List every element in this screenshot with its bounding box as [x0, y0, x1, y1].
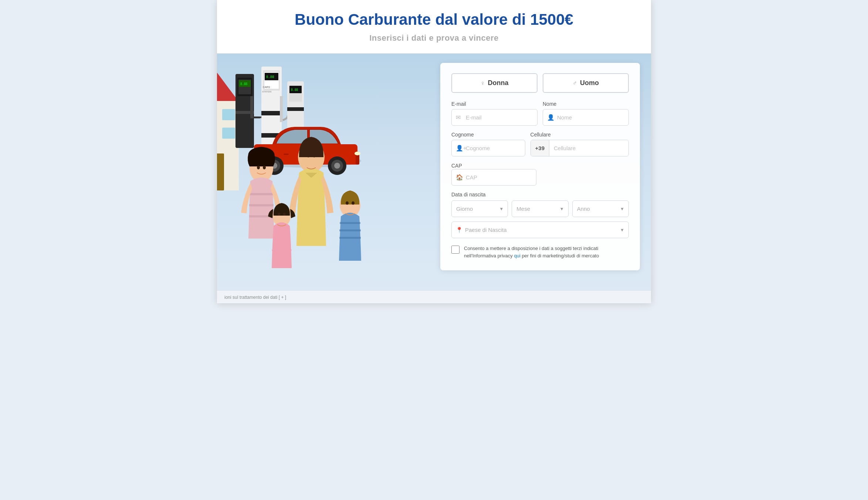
cognome-input-wrapper: 👤+	[451, 140, 525, 156]
svg-point-60	[278, 213, 281, 216]
email-label: E-mail	[451, 101, 538, 107]
bottom-bar: ioni sul trattamento dei dati [ + ]	[217, 290, 651, 303]
anno-select[interactable]: Anno	[572, 200, 629, 217]
svg-point-58	[346, 202, 349, 205]
dob-row: Giorno ▼ Mese ▼ Anno ▼	[451, 200, 629, 217]
email-input-wrapper: ✉	[451, 109, 538, 126]
family-illustration	[217, 113, 440, 290]
dob-section: Data di nascita Giorno ▼ Mese ▼	[451, 192, 629, 238]
registration-form: ♀ Donna ♂ Uomo E-mail ✉ Nom	[440, 63, 640, 270]
cap-input[interactable]	[451, 169, 536, 186]
privacy-text: Consento a mettere a disposizione i dati…	[464, 245, 599, 259]
svg-point-55	[263, 166, 266, 169]
donna-icon: ♀	[481, 80, 485, 87]
svg-text:8.88: 8.88	[291, 88, 298, 92]
page-header: Buono Carburante dal valore di 1500€ Ins…	[217, 0, 651, 54]
mese-wrapper: Mese ▼	[512, 200, 568, 217]
page-title: Buono Carburante dal valore di 1500€	[224, 11, 644, 28]
cap-input-wrapper: 🏠	[451, 169, 629, 186]
paese-wrapper: 📍 Paese di Nascita ▼	[451, 222, 629, 238]
privacy-text-1: Consento a mettere a disposizione i dati…	[464, 246, 598, 251]
svg-text:CARS: CARS	[263, 86, 270, 88]
bottom-text: ioni sul trattamento dei dati [ + ]	[224, 295, 286, 300]
donna-button[interactable]: ♀ Donna	[451, 73, 538, 93]
uomo-label: Uomo	[580, 79, 599, 87]
email-nome-row: E-mail ✉ Nome 👤	[451, 101, 629, 126]
privacy-text-2: nell'Informativa privacy	[464, 253, 514, 259]
uomo-button[interactable]: ♂ Uomo	[543, 73, 629, 93]
paese-select[interactable]: Paese di Nascita	[451, 222, 629, 238]
cellulare-label: Cellulare	[530, 132, 629, 138]
cellulare-group: Cellulare +39	[530, 132, 629, 156]
privacy-text-3: per fini di marketing/studi di mercato	[521, 253, 599, 259]
family-svg	[217, 113, 402, 290]
privacy-checkbox[interactable]	[451, 246, 460, 254]
svg-rect-22	[287, 107, 304, 111]
privacy-row: Consento a mettere a disposizione i dati…	[451, 245, 629, 259]
svg-text:STATION: STATION	[262, 91, 271, 93]
svg-text:8.88: 8.88	[240, 82, 247, 86]
giorno-select[interactable]: Giorno	[451, 200, 508, 217]
giorno-wrapper: Giorno ▼	[451, 200, 508, 217]
svg-point-56	[306, 153, 310, 158]
nome-label: Nome	[543, 101, 629, 107]
email-group: E-mail ✉	[451, 101, 538, 126]
page-container: Buono Carburante dal valore di 1500€ Ins…	[217, 0, 651, 303]
phone-prefix: +39	[531, 140, 549, 156]
cognome-group: Cognome 👤+	[451, 132, 525, 156]
privacy-link[interactable]: qui	[514, 253, 520, 259]
svg-text:8.88: 8.88	[266, 75, 274, 79]
nome-group: Nome 👤	[543, 101, 629, 126]
donna-label: Donna	[488, 79, 509, 87]
dob-label: Data di nascita	[451, 192, 629, 197]
cognome-cellulare-row: Cognome 👤+ Cellulare +39	[451, 132, 629, 156]
svg-point-54	[257, 166, 260, 169]
svg-point-59	[352, 202, 355, 205]
cap-group: CAP 🏠	[451, 162, 629, 186]
svg-point-61	[283, 213, 286, 216]
content-area: 8.88 8.88 CARS STATION	[217, 54, 651, 290]
mese-select[interactable]: Mese	[512, 200, 568, 217]
cap-label: CAP	[451, 163, 462, 169]
phone-wrapper: +39	[530, 140, 629, 156]
cognome-input[interactable]	[451, 140, 525, 156]
email-input[interactable]	[451, 109, 538, 126]
nome-input[interactable]	[543, 109, 629, 126]
gender-selection: ♀ Donna ♂ Uomo	[451, 73, 629, 93]
cognome-label: Cognome	[451, 132, 525, 138]
uomo-icon: ♂	[573, 80, 577, 87]
cellulare-input[interactable]	[549, 140, 628, 156]
page-subtitle: Inserisci i dati e prova a vincere	[224, 33, 644, 43]
svg-point-57	[312, 153, 316, 158]
illustration-area: 8.88 8.88 CARS STATION	[217, 54, 440, 290]
anno-wrapper: Anno ▼	[572, 200, 629, 217]
nome-input-wrapper: 👤	[543, 109, 629, 126]
